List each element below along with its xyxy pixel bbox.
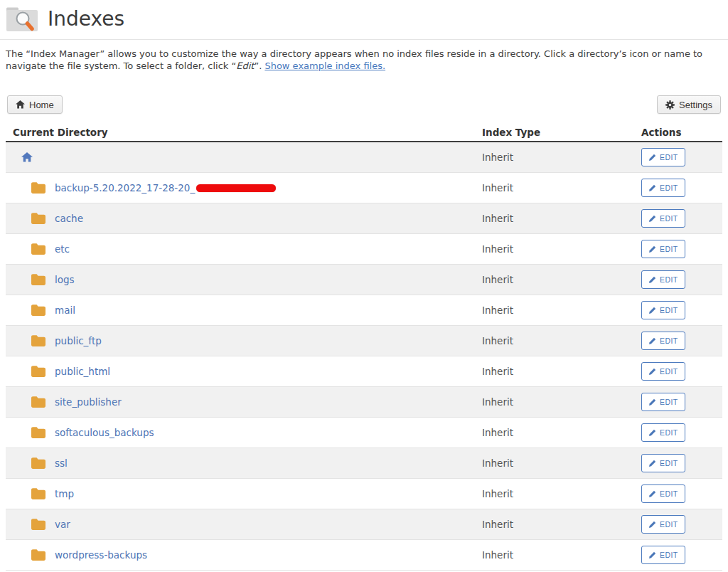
pencil-icon: [648, 490, 656, 498]
edit-button-label: EDIT: [660, 245, 678, 253]
pencil-icon: [648, 368, 656, 376]
actions-cell: EDIT: [641, 484, 722, 503]
settings-button-label: Settings: [679, 100, 712, 110]
folder-icon[interactable]: [31, 427, 46, 438]
description-segment-2: ”.: [254, 60, 264, 71]
directory-link[interactable]: cache: [55, 213, 83, 224]
directory-cell: wordpress-backups: [6, 549, 482, 561]
edit-button[interactable]: EDIT: [641, 423, 685, 442]
folder-icon[interactable]: [31, 519, 46, 530]
edit-button[interactable]: EDIT: [641, 332, 685, 350]
folder-icon[interactable]: [31, 182, 46, 194]
edit-button[interactable]: EDIT: [641, 179, 685, 197]
table-row: cache Inherit EDIT: [6, 203, 722, 234]
directory-link[interactable]: logs: [55, 274, 75, 285]
edit-button[interactable]: EDIT: [641, 301, 685, 319]
table-row: logs Inherit EDIT: [6, 265, 722, 295]
actions-cell: EDIT: [641, 270, 722, 289]
folder-icon[interactable]: [31, 274, 46, 285]
column-header-current-directory: Current Directory: [6, 127, 482, 138]
edit-button-label: EDIT: [660, 551, 678, 559]
table-row: softaculous_backups Inherit EDIT: [6, 418, 722, 448]
table-row: public_html Inherit EDIT: [6, 356, 722, 387]
edit-button[interactable]: EDIT: [641, 270, 685, 289]
edit-button-label: EDIT: [660, 214, 678, 223]
home-directory-icon[interactable]: [21, 152, 33, 162]
folder-icon[interactable]: [31, 335, 46, 346]
directory-link[interactable]: site_publisher: [55, 396, 122, 408]
settings-button[interactable]: Settings: [657, 95, 721, 114]
folder-icon[interactable]: [31, 243, 46, 255]
pencil-icon: [648, 460, 656, 467]
index-type-value: Inherit: [482, 519, 641, 530]
folder-icon[interactable]: [31, 213, 46, 224]
edit-button-label: EDIT: [660, 337, 678, 345]
directory-link[interactable]: softaculous_backups: [55, 427, 154, 438]
edit-button[interactable]: EDIT: [641, 546, 685, 564]
directory-cell: public_html: [6, 366, 482, 377]
page-title: Indexes: [48, 5, 124, 33]
actions-cell: EDIT: [641, 546, 722, 564]
directory-cell: var: [6, 519, 482, 530]
directory-link[interactable]: public_ftp: [55, 335, 102, 346]
actions-cell: EDIT: [641, 301, 722, 319]
directory-link[interactable]: backup-5.20.2022_17-28-20_: [55, 182, 195, 194]
edit-button-label: EDIT: [660, 459, 678, 467]
folder-icon[interactable]: [31, 304, 46, 316]
directory-cell: [6, 152, 482, 162]
actions-cell: EDIT: [641, 454, 722, 472]
edit-button[interactable]: EDIT: [641, 240, 685, 258]
actions-cell: EDIT: [641, 515, 722, 534]
directory-cell: logs: [6, 274, 482, 285]
directory-cell: tmp: [6, 488, 482, 499]
actions-cell: EDIT: [641, 423, 722, 442]
directory-link[interactable]: var: [55, 519, 70, 530]
directory-link[interactable]: wordpress-backups: [55, 549, 147, 561]
edit-button-label: EDIT: [660, 520, 678, 529]
table-row: site_publisher Inherit EDIT: [6, 387, 722, 418]
directory-link[interactable]: ssl: [55, 457, 68, 469]
pencil-icon: [648, 429, 656, 437]
folder-icon[interactable]: [31, 396, 46, 408]
home-button[interactable]: Home: [7, 95, 63, 114]
edit-button-label: EDIT: [660, 306, 678, 314]
folder-search-icon: [6, 5, 38, 33]
edit-button-label: EDIT: [660, 153, 678, 161]
pencil-icon: [648, 215, 656, 223]
table-header-row: Current Directory Index Type Actions: [6, 123, 722, 142]
directory-cell: backup-5.20.2022_17-28-20_: [6, 182, 482, 194]
folder-icon[interactable]: [31, 457, 46, 469]
edit-button[interactable]: EDIT: [641, 454, 685, 472]
index-type-value: Inherit: [482, 335, 641, 346]
folder-icon[interactable]: [31, 549, 46, 561]
actions-cell: EDIT: [641, 393, 722, 411]
gear-icon: [665, 100, 675, 110]
edit-button[interactable]: EDIT: [641, 393, 685, 411]
edit-button-label: EDIT: [660, 428, 678, 437]
directory-cell: etc: [6, 243, 482, 255]
page-header: Indexes: [0, 0, 728, 40]
directory-link[interactable]: tmp: [55, 488, 74, 499]
edit-button[interactable]: EDIT: [641, 484, 685, 503]
show-example-index-files-link[interactable]: Show example index files.: [264, 60, 385, 71]
edit-button-label: EDIT: [660, 184, 678, 192]
index-type-value: Inherit: [482, 488, 641, 499]
edit-button[interactable]: EDIT: [641, 362, 685, 381]
edit-button[interactable]: EDIT: [641, 148, 685, 166]
directory-link[interactable]: mail: [55, 304, 75, 316]
edit-button[interactable]: EDIT: [641, 515, 685, 534]
table-row: wordpress-backups Inherit EDIT: [6, 540, 722, 571]
folder-icon[interactable]: [31, 488, 46, 499]
column-header-index-type: Index Type: [482, 127, 641, 138]
table-row: var Inherit EDIT: [6, 509, 722, 540]
directory-link[interactable]: etc: [55, 243, 70, 255]
edit-button[interactable]: EDIT: [641, 209, 685, 228]
redaction-marker: [196, 184, 276, 192]
index-type-value: Inherit: [482, 457, 641, 469]
folder-icon[interactable]: [31, 366, 46, 377]
index-type-value: Inherit: [482, 182, 641, 194]
actions-cell: EDIT: [641, 332, 722, 350]
actions-cell: EDIT: [641, 148, 722, 166]
pencil-icon: [648, 521, 656, 529]
directory-link[interactable]: public_html: [55, 366, 110, 377]
